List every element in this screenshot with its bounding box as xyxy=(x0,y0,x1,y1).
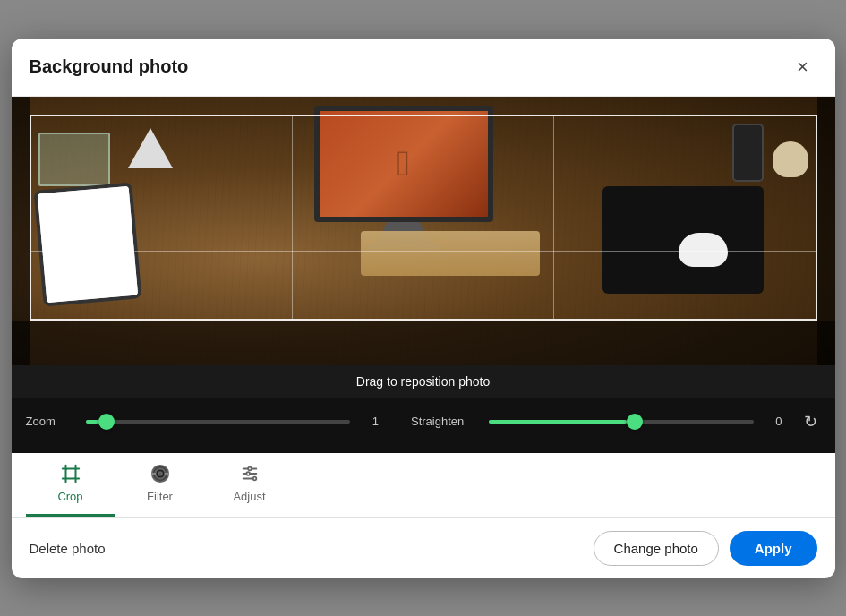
grid-line-vertical-2 xyxy=(553,116,554,319)
delete-photo-button[interactable]: Delete photo xyxy=(30,541,106,556)
close-button[interactable]: × xyxy=(789,53,817,81)
zoom-row: Zoom 1 Straighten 0 ↻ xyxy=(26,408,821,435)
straighten-label: Straighten xyxy=(411,415,478,428)
background-photo-modal: Background photo ×  xyxy=(12,38,835,578)
tab-adjust[interactable]: Adjust xyxy=(205,453,295,517)
grid-line-horizontal-2 xyxy=(31,251,816,252)
svg-point-12 xyxy=(252,476,256,480)
zoom-label: Zoom xyxy=(26,415,75,428)
adjust-tab-label: Adjust xyxy=(233,490,265,503)
photo-area[interactable]:  xyxy=(12,97,835,365)
grid-line-horizontal-1 xyxy=(31,184,816,184)
zoom-value: 1 xyxy=(361,415,379,428)
straighten-thumb[interactable] xyxy=(627,414,643,430)
svg-point-10 xyxy=(248,466,252,470)
adjust-icon xyxy=(240,464,260,486)
straighten-value: 0 xyxy=(765,415,782,428)
grid-line-vertical-1 xyxy=(292,116,293,319)
drag-hint: Drag to reposition photo xyxy=(12,365,835,398)
dark-edge-bottom xyxy=(12,321,835,365)
tab-filter[interactable]: Filter xyxy=(115,453,205,517)
crop-overlay[interactable] xyxy=(30,115,817,321)
straighten-slider-container xyxy=(489,413,754,431)
zoom-fill xyxy=(86,420,99,424)
straighten-track xyxy=(489,420,754,424)
apply-button[interactable]: Apply xyxy=(730,531,817,566)
tabs-area: Crop Filter xyxy=(12,453,835,518)
reset-button[interactable]: ↻ xyxy=(800,408,821,435)
zoom-track xyxy=(86,420,351,424)
modal-title: Background photo xyxy=(30,56,189,77)
crop-tab-label: Crop xyxy=(57,490,82,503)
filter-icon xyxy=(150,464,170,486)
crop-icon xyxy=(61,464,81,486)
svg-point-11 xyxy=(246,472,250,475)
zoom-thumb[interactable] xyxy=(98,414,115,430)
filter-tab-label: Filter xyxy=(147,490,173,503)
modal-header: Background photo × xyxy=(12,38,835,97)
modal-footer: Delete photo Change photo Apply xyxy=(12,518,835,578)
controls-area: Zoom 1 Straighten 0 ↻ xyxy=(12,398,835,453)
tab-crop[interactable]: Crop xyxy=(26,453,115,517)
change-photo-button[interactable]: Change photo xyxy=(594,531,719,566)
svg-point-2 xyxy=(158,472,162,475)
straighten-fill xyxy=(489,420,627,424)
zoom-slider-container xyxy=(86,413,351,431)
footer-actions: Change photo Apply xyxy=(594,531,817,566)
